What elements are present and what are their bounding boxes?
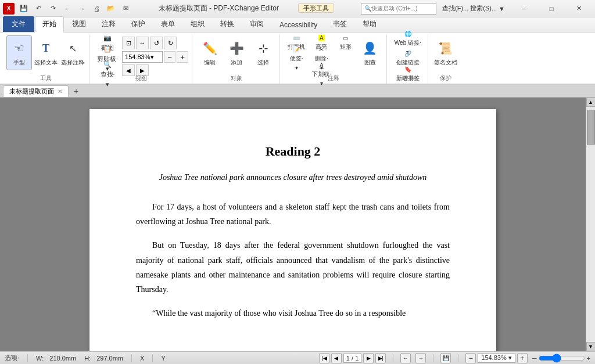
prev-view-btn[interactable]: ← xyxy=(400,353,411,363)
zoom-out-small-btn[interactable]: − xyxy=(164,51,175,63)
hand-tool-btn[interactable]: ☜ 手型 xyxy=(6,35,32,70)
forward-quick-btn[interactable]: → xyxy=(76,3,88,15)
add-btn[interactable]: ➕ 添加 xyxy=(224,35,249,70)
zoom-controls: − 154.83% ▾ + xyxy=(465,353,528,363)
prev-page-status-btn[interactable]: ◀ xyxy=(331,353,342,363)
doc-tab-close[interactable]: ✕ xyxy=(58,88,62,95)
web-link-btn[interactable]: 🌐 Web 链接· ▾ xyxy=(392,35,424,51)
zoom-slider[interactable] xyxy=(539,354,585,362)
zoom-minus-icon: ─ xyxy=(532,355,537,362)
maximize-btn[interactable]: □ xyxy=(538,0,565,17)
hand-icon: ☜ xyxy=(10,39,28,57)
strikethrough-icon: ✂ xyxy=(319,46,324,53)
sticky-note-btn[interactable]: 📝 便签· ▾ xyxy=(285,51,308,66)
tab-help[interactable]: 帮助 xyxy=(355,16,384,32)
group-tools: ☜ 手型 T 选择文本 ↖ 选择注释 工具 xyxy=(3,34,89,84)
tab-view[interactable]: 视图 xyxy=(64,16,94,32)
last-page-btn[interactable]: ▶| xyxy=(375,353,386,363)
link-icon: 🔗 xyxy=(404,51,411,57)
view-buttons-row: ⊡ ↔ ↺ ↻ xyxy=(122,37,188,49)
group-annotation-label: 注释 xyxy=(281,74,386,82)
print-quick-btn[interactable]: 🖨 xyxy=(90,3,103,15)
pdf-page: Reading 2 Joshua Tree national park anno… xyxy=(89,109,496,351)
edit-btn[interactable]: ✏️ 编辑 xyxy=(197,35,223,70)
redo-quick-btn[interactable]: ↷ xyxy=(46,3,59,15)
select-text-icon: T xyxy=(37,39,55,57)
group-sign-content: 📜 签名文档 xyxy=(433,34,458,73)
next-view-btn[interactable]: → xyxy=(415,353,426,363)
email-quick-btn[interactable]: ✉ xyxy=(119,3,132,15)
search-icon: 🔍 xyxy=(364,5,371,12)
undo-quick-btn[interactable]: ↶ xyxy=(32,3,45,15)
fit-width-btn[interactable]: ↔ xyxy=(136,37,149,49)
select-annotation-btn[interactable]: ↖ 选择注释 xyxy=(60,35,85,70)
pdf-para1: For 17 days, a host of volunteers and a … xyxy=(136,200,450,229)
scroll-track[interactable] xyxy=(586,107,595,342)
page-scroll[interactable]: Reading 2 Joshua Tree national park anno… xyxy=(0,98,586,351)
scroll-down-arrow[interactable]: ▼ xyxy=(586,342,596,351)
select-text-btn[interactable]: T 选择文本 xyxy=(33,35,59,70)
zoom-value-display[interactable]: 154.83% ▾ xyxy=(478,353,515,363)
pdf-para2: But on Tuesday, 18 days after the federa… xyxy=(136,238,450,297)
title-bar: X 💾 ↶ ↷ ← → 🖨 📂 ✉ 未标题提取页面 - PDF-XChange … xyxy=(0,0,595,17)
rectangle-btn[interactable]: ▭ 矩形 xyxy=(335,35,356,51)
first-page-btn[interactable]: |◀ xyxy=(319,353,329,363)
create-link-btn[interactable]: 🔗 创建链接 xyxy=(392,51,424,66)
tab-comment[interactable]: 注释 xyxy=(94,16,123,32)
zoom-out-btn[interactable]: − xyxy=(465,353,476,363)
sign-doc-btn[interactable]: 📜 签名文档 xyxy=(433,35,458,70)
group-link: 🌐 Web 链接· ▾ 🔗 创建链接 🔖 新增书签 链接 xyxy=(388,34,428,84)
close-btn[interactable]: ✕ xyxy=(565,0,592,17)
select-label[interactable]: 选项· xyxy=(5,354,19,362)
add-icon: ➕ xyxy=(227,39,246,57)
quick-search-box[interactable]: 🔍 xyxy=(361,3,436,15)
save-status-btn[interactable]: 💾 xyxy=(440,353,451,363)
status-sep5 xyxy=(433,354,433,362)
open-quick-btn[interactable]: 📂 xyxy=(105,3,117,15)
review-icon: 👤 xyxy=(361,39,379,57)
scrollbar-vertical[interactable]: ▲ ▼ xyxy=(586,98,595,351)
page-display: 1 / 1 xyxy=(343,354,361,363)
scroll-thumb[interactable] xyxy=(587,110,595,145)
zoom-plus-icon: + xyxy=(587,355,590,362)
rectangle-icon: ▭ xyxy=(343,35,348,41)
more-arrow[interactable]: ▼ xyxy=(499,5,505,12)
tab-home[interactable]: 开始 xyxy=(35,16,64,33)
new-tab-btn[interactable]: + xyxy=(70,85,82,97)
zoom-in-btn[interactable]: + xyxy=(517,353,528,363)
group-clipboard: 📷 截图 📋 剪贴板· ▾ 🔍 查找· ▾ ⊡ ↔ xyxy=(91,34,192,84)
doc-tab-active[interactable]: 未标题提取页面 ✕ xyxy=(3,85,69,97)
status-right: |◀ ◀ 1 / 1 ▶ ▶| ← → 💾 − 154.83% ▾ + ─ xyxy=(319,353,590,363)
review-btn[interactable]: 👤 图查 xyxy=(357,35,383,70)
tab-review[interactable]: 审阅 xyxy=(242,16,271,32)
fit-page-btn[interactable]: ⊡ xyxy=(122,37,135,49)
back-quick-btn[interactable]: ← xyxy=(61,3,74,15)
sticky-note-icon: 📝 xyxy=(293,46,300,53)
height-value: 297.0mm xyxy=(96,355,123,362)
save-quick-btn[interactable]: 💾 xyxy=(17,3,30,15)
tab-file[interactable]: 文件 xyxy=(3,16,34,32)
tab-convert[interactable]: 转换 xyxy=(213,16,242,32)
zoom-row: 154.83% ▾ − + xyxy=(122,51,188,63)
minimize-btn[interactable]: ─ xyxy=(511,0,537,17)
bookmark-icon: 🔖 xyxy=(404,66,411,73)
tab-accessibility[interactable]: Accessibility xyxy=(272,18,325,32)
group-object-label: 对象 xyxy=(193,74,279,82)
tab-organize[interactable]: 组织 xyxy=(183,16,212,32)
zoom-in-small-btn[interactable]: + xyxy=(177,51,188,63)
scroll-up-arrow[interactable]: ▲ xyxy=(586,98,596,107)
status-bar: 选项· W: 210.0mm H: 297.0mm X Y |◀ ◀ 1 / 1… xyxy=(0,351,595,364)
group-tools-content: ☜ 手型 T 选择文本 ↖ 选择注释 xyxy=(6,34,85,73)
tab-protect[interactable]: 保护 xyxy=(124,16,153,32)
tab-bookmarks[interactable]: 书签 xyxy=(325,16,354,32)
search-link[interactable]: 搜索(S)... xyxy=(470,4,497,13)
zoom-input[interactable]: 154.83% ▾ xyxy=(122,51,163,63)
width-label: W: xyxy=(36,355,44,362)
tab-form[interactable]: 表单 xyxy=(153,16,182,32)
next-page-status-btn[interactable]: ▶ xyxy=(363,353,374,363)
find-link[interactable]: 查找(F)... xyxy=(442,4,468,13)
rotate-btn[interactable]: ↺ xyxy=(150,37,163,49)
select-btn[interactable]: ⊹ 选择 xyxy=(250,35,276,70)
quick-search-input[interactable] xyxy=(371,5,433,12)
rotate-cw-btn[interactable]: ↻ xyxy=(164,37,177,49)
